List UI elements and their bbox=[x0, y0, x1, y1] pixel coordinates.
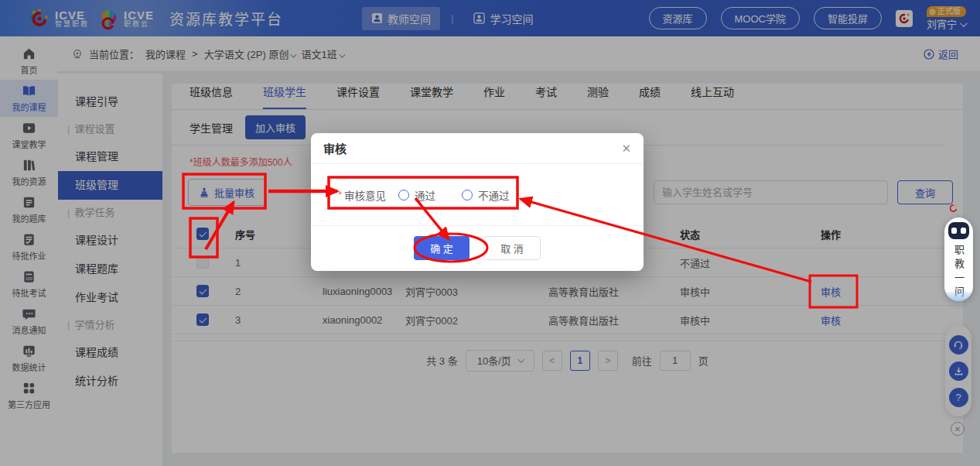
review-opinion-label: 审核意见 bbox=[344, 187, 386, 203]
assistant-widget[interactable]: 职教一问 bbox=[944, 218, 973, 301]
radio-pass[interactable] bbox=[398, 190, 409, 200]
radio-fail-label[interactable]: 不通过 bbox=[478, 187, 510, 203]
close-icon[interactable]: ✕ bbox=[621, 142, 631, 156]
radio-fail[interactable] bbox=[462, 190, 473, 200]
review-dialog: 审核 ✕ * 审核意见 通过 不通过 确 定 取 消 bbox=[311, 133, 644, 271]
dialog-title: 审核 bbox=[323, 140, 347, 156]
dialog-header: 审核 ✕ bbox=[311, 133, 644, 164]
app-root: ICVE 智慧职教 ICVE 职教云 资源库教学平台 bbox=[0, 0, 980, 466]
cancel-button[interactable]: 取 消 bbox=[483, 236, 541, 260]
robot-icon bbox=[948, 222, 969, 239]
required-mark: * bbox=[338, 189, 342, 200]
confirm-button[interactable]: 确 定 bbox=[414, 236, 470, 260]
assistant-spark-icon bbox=[948, 204, 958, 216]
radio-pass-label[interactable]: 通过 bbox=[415, 187, 435, 203]
dialog-footer: 确 定 取 消 bbox=[311, 226, 644, 269]
dialog-body: * 审核意见 通过 不通过 bbox=[311, 164, 644, 226]
